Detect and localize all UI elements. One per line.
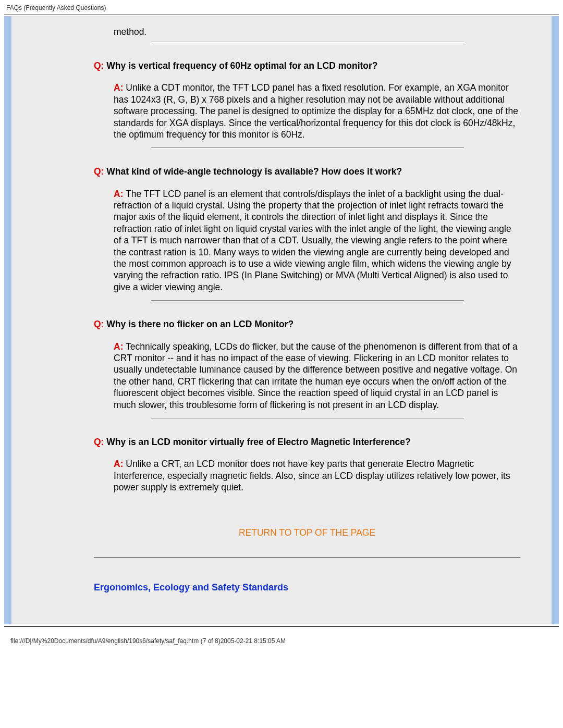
faq-question-text: Why is an LCD monitor virtually free of … bbox=[106, 437, 410, 447]
left-gutter bbox=[11, 16, 94, 624]
faq-answer-text: Technically speaking, LCDs do flicker, b… bbox=[114, 341, 518, 410]
faq-item: Q: What kind of wide-angle technology is… bbox=[94, 165, 520, 301]
a-prefix: A: bbox=[114, 459, 123, 469]
faq-question-text: Why is there no flicker on an LCD Monito… bbox=[106, 319, 293, 329]
faq-question: Q: Why is an LCD monitor virtually free … bbox=[94, 436, 520, 449]
faq-item: Q: Why is there no flicker on an LCD Mon… bbox=[94, 318, 520, 419]
main-column: method. Q: Why is vertical frequency of … bbox=[94, 16, 552, 624]
footer-file-path: file:///D|/My%20Documents/dfu/A9/english… bbox=[4, 626, 559, 651]
q-prefix: Q: bbox=[94, 437, 104, 447]
divider bbox=[151, 300, 464, 301]
faq-answer: A: Unlike a CDT monitor, the TFT LCD pan… bbox=[114, 82, 520, 140]
divider bbox=[151, 147, 464, 149]
a-prefix: A: bbox=[114, 341, 123, 352]
return-to-top-link[interactable]: RETURN TO TOP OF THE PAGE bbox=[94, 527, 520, 538]
q-prefix: Q: bbox=[94, 60, 104, 71]
divider bbox=[151, 42, 464, 43]
faq-answer: A: Technically speaking, LCDs do flicker… bbox=[114, 341, 520, 411]
faq-answer: A: Unlike a CRT, an LCD monitor does not… bbox=[114, 458, 520, 493]
header-rule bbox=[4, 15, 559, 15]
page-header-title: FAQs (Frequently Asked Questions) bbox=[0, 0, 563, 15]
faq-answer-text: Unlike a CRT, an LCD monitor does not ha… bbox=[114, 459, 510, 492]
q-prefix: Q: bbox=[94, 319, 104, 329]
faq-item: Q: Why is vertical frequency of 60Hz opt… bbox=[94, 59, 520, 149]
faq-answer: A: The TFT LCD panel is an element that … bbox=[114, 188, 520, 293]
content-frame: method. Q: Why is vertical frequency of … bbox=[4, 16, 559, 624]
q-prefix: Q: bbox=[94, 166, 104, 177]
divider bbox=[151, 418, 464, 419]
a-prefix: A: bbox=[114, 82, 123, 93]
a-prefix: A: bbox=[114, 189, 123, 199]
faq-question-text: Why is vertical frequency of 60Hz optima… bbox=[106, 60, 377, 71]
fragment-top-text: method. bbox=[114, 27, 520, 38]
faq-question-text: What kind of wide-angle technology is av… bbox=[106, 166, 402, 177]
faq-item: Q: Why is an LCD monitor virtually free … bbox=[94, 436, 520, 493]
faq-answer-text: Unlike a CDT monitor, the TFT LCD panel … bbox=[114, 82, 518, 140]
faq-question: Q: Why is vertical frequency of 60Hz opt… bbox=[94, 59, 520, 72]
faq-question: Q: What kind of wide-angle technology is… bbox=[94, 165, 520, 178]
faq-answer-text: The TFT LCD panel is an element that con… bbox=[114, 189, 511, 292]
section-heading-ergonomics: Ergonomics, Ecology and Safety Standards bbox=[94, 582, 520, 593]
section-divider bbox=[94, 557, 520, 558]
faq-question: Q: Why is there no flicker on an LCD Mon… bbox=[94, 318, 520, 331]
